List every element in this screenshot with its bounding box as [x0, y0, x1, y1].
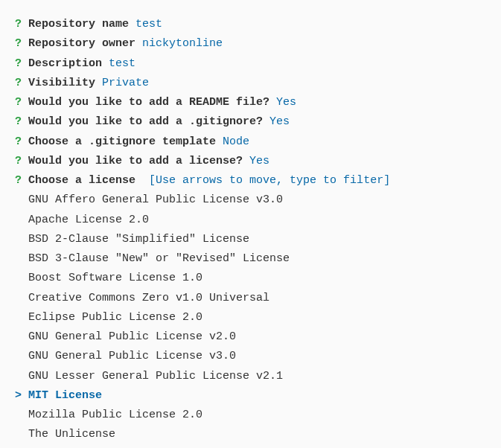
prompt-answer: Private: [102, 77, 149, 89]
license-option[interactable]: The Unlicense: [15, 425, 486, 444]
license-option-label: Boost Software License 1.0: [15, 272, 202, 284]
prompt-marker: ?: [15, 135, 22, 148]
prompt-label: Visibility: [28, 77, 95, 89]
license-option[interactable]: GNU Affero General Public License v3.0: [15, 191, 486, 210]
license-option[interactable]: GNU General Public License v2.0: [15, 327, 486, 347]
prompt-answer: test: [135, 18, 162, 31]
cursor-icon: >: [15, 389, 28, 402]
license-option[interactable]: Apache License 2.0: [15, 211, 486, 230]
license-option[interactable]: GNU General Public License v3.0: [15, 347, 486, 366]
prompt-label: Would you like to add a .gitignore?: [28, 115, 263, 128]
license-option-label: BSD 3-Clause "New" or "Revised" License: [15, 252, 290, 265]
license-option-label: The Unlicense: [15, 428, 115, 441]
license-option-label: GNU Affero General Public License v3.0: [15, 193, 283, 206]
prompt-marker: ?: [15, 174, 22, 187]
prompt-hint: [Use arrows to move, type to filter]: [149, 174, 390, 187]
answered-prompt: ? Would you like to add a .gitignore? Ye…: [15, 112, 486, 132]
terminal-output[interactable]: ? Repository name test? Repository owner…: [15, 15, 486, 445]
license-option[interactable]: GNU Lesser General Public License v2.1: [15, 367, 486, 386]
license-option-label: Creative Commons Zero v1.0 Universal: [15, 292, 269, 304]
license-option[interactable]: Creative Commons Zero v1.0 Universal: [15, 289, 486, 308]
answered-prompt: ? Visibility Private: [15, 74, 486, 93]
license-option[interactable]: BSD 3-Clause "New" or "Revised" License: [15, 249, 486, 269]
prompt-answer: nickytonline: [142, 37, 223, 50]
prompt-marker: ?: [15, 115, 22, 128]
license-option-label: Eclipse Public License 2.0: [15, 311, 202, 324]
license-option-label: MIT License: [28, 389, 102, 402]
prompt-marker: ?: [15, 57, 22, 70]
prompt-marker: ?: [15, 18, 22, 31]
license-option[interactable]: > MIT License: [15, 386, 486, 406]
prompt-answer: Yes: [269, 115, 290, 128]
license-option-label: GNU Lesser General Public License v2.1: [15, 370, 283, 383]
prompt-marker: ?: [15, 155, 22, 167]
prompt-answer: Yes: [249, 155, 269, 167]
license-option[interactable]: Eclipse Public License 2.0: [15, 308, 486, 327]
license-option[interactable]: BSD 2-Clause "Simplified" License: [15, 230, 486, 249]
prompt-label: Choose a .gitignore template: [28, 135, 216, 148]
license-option-label: Mozilla Public License 2.0: [15, 409, 202, 421]
answered-prompt: ? Repository owner nickytonline: [15, 34, 486, 54]
license-option[interactable]: Boost Software License 1.0: [15, 269, 486, 288]
prompt-label: Description: [28, 57, 102, 70]
prompt-marker: ?: [15, 77, 22, 89]
prompt-answer: test: [109, 57, 135, 70]
license-option-label: GNU General Public License v2.0: [15, 330, 236, 343]
answered-prompt: ? Repository name test: [15, 15, 486, 34]
answered-prompt: ? Would you like to add a license? Yes: [15, 152, 486, 171]
active-prompt: ? Choose a license [Use arrows to move, …: [15, 171, 486, 191]
license-option-label: GNU General Public License v3.0: [15, 350, 236, 362]
prompt-label: Repository owner: [28, 37, 135, 50]
license-option-label: Apache License 2.0: [15, 214, 149, 226]
prompt-label: Would you like to add a license?: [28, 155, 243, 167]
prompt-label: Repository name: [28, 18, 129, 31]
prompt-marker: ?: [15, 37, 22, 50]
answered-prompt: ? Choose a .gitignore template Node: [15, 132, 486, 152]
prompt-answer: Yes: [276, 96, 296, 109]
answered-prompt: ? Would you like to add a README file? Y…: [15, 93, 486, 112]
license-option[interactable]: Mozilla Public License 2.0: [15, 406, 486, 425]
prompt-answer: Node: [223, 135, 249, 148]
prompt-label: Choose a license: [28, 174, 135, 187]
license-option-label: BSD 2-Clause "Simplified" License: [15, 233, 249, 246]
prompt-label: Would you like to add a README file?: [28, 96, 269, 109]
answered-prompt: ? Description test: [15, 54, 486, 74]
prompt-marker: ?: [15, 96, 22, 109]
